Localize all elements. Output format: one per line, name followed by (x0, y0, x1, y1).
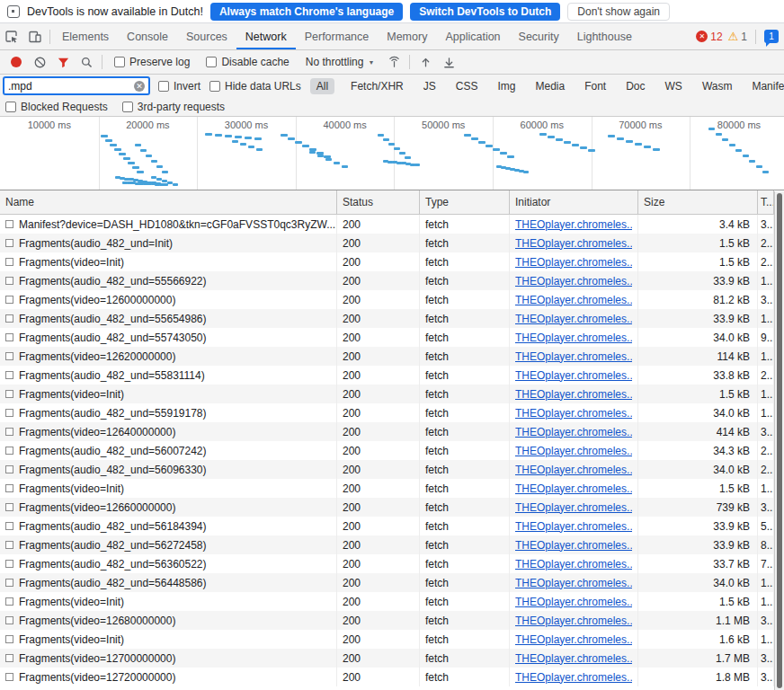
request-initiator-link[interactable]: THEOplayer.chromeles... (515, 218, 632, 231)
search-icon[interactable] (76, 51, 97, 73)
request-initiator-link[interactable]: THEOplayer.chromeles... (515, 332, 632, 344)
request-row[interactable]: Fragments(audio_482_und=56184394) 200 fe… (0, 517, 774, 535)
panel-tab[interactable]: Elements (53, 23, 118, 49)
request-initiator-link[interactable]: THEOplayer.chromeles... (515, 294, 632, 306)
request-initiator-link[interactable]: THEOplayer.chromeles... (515, 237, 632, 250)
panel-tab[interactable]: Security (510, 23, 568, 49)
filter-icon[interactable] (52, 51, 74, 73)
error-count-badge[interactable]: ✕ 12 (696, 31, 722, 43)
match-language-button[interactable]: Always match Chrome's language (210, 3, 403, 21)
request-row[interactable]: Fragments(video=12620000000) 200 fetch T… (0, 347, 774, 366)
request-row[interactable]: Fragments(video=Init) 200 fetch THEOplay… (0, 592, 774, 611)
request-row[interactable]: Fragments(audio_482_und=55743050) 200 fe… (0, 328, 774, 347)
import-har-icon[interactable] (414, 51, 436, 73)
scrollbar-thumb[interactable] (777, 193, 782, 688)
network-overview[interactable]: 10000 ms 20000 ms 30000 ms 40000 ms 5000… (0, 117, 784, 190)
request-row[interactable]: Fragments(video=12660000000) 200 fetch T… (0, 498, 774, 517)
request-row[interactable]: Fragments(video=Init) 200 fetch THEOplay… (0, 630, 774, 649)
request-initiator-link[interactable]: THEOplayer.chromeles... (515, 615, 632, 627)
request-row[interactable]: Fragments(video=Init) 200 fetch THEOplay… (0, 252, 774, 271)
resource-type-filter[interactable]: Fetch/XHR (347, 78, 407, 94)
request-initiator-link[interactable]: THEOplayer.chromeles... (515, 558, 632, 571)
request-row[interactable]: Fragments(audio_482_und=55566922) 200 fe… (0, 271, 774, 290)
request-initiator-link[interactable]: THEOplayer.chromeles... (515, 671, 632, 684)
request-row[interactable]: Fragments(video=12600000000) 200 fetch T… (0, 290, 774, 309)
request-row[interactable]: Fragments(audio_482_und=56448586) 200 fe… (0, 573, 774, 592)
panel-tab[interactable]: Sources (177, 23, 236, 49)
third-party-requests-checkbox[interactable]: 3rd-party requests (122, 101, 225, 113)
request-initiator-link[interactable]: THEOplayer.chromeles... (515, 577, 632, 589)
resource-type-filter[interactable]: Manifest (748, 78, 784, 94)
clear-button[interactable] (29, 51, 50, 73)
request-row[interactable]: Fragments(video=12640000000) 200 fetch T… (0, 422, 774, 441)
request-row[interactable]: Fragments(audio_482_und=56360522) 200 fe… (0, 554, 774, 573)
request-initiator-link[interactable]: THEOplayer.chromeles... (515, 501, 632, 514)
export-har-icon[interactable] (438, 51, 459, 73)
request-initiator-link[interactable]: THEOplayer.chromeles... (515, 426, 632, 438)
request-initiator-link[interactable]: THEOplayer.chromeles... (515, 256, 632, 269)
request-initiator-link[interactable]: THEOplayer.chromeles... (515, 407, 632, 420)
clear-filter-icon[interactable]: ✕ (134, 81, 145, 92)
request-row[interactable]: Fragments(audio_482_und=55654986) 200 fe… (0, 309, 774, 328)
request-row[interactable]: Fragments(video=12720000000) 200 fetch T… (0, 668, 774, 686)
request-row[interactable]: Fragments(audio_482_und=55919178) 200 fe… (0, 403, 774, 422)
resource-type-filter[interactable]: Img (494, 78, 519, 94)
warning-count-badge[interactable]: ⚠ 1 (728, 31, 747, 43)
column-header-size[interactable]: Size (638, 190, 758, 214)
resource-type-filter[interactable]: Media (531, 78, 568, 94)
request-initiator-link[interactable]: THEOplayer.chromeles... (515, 652, 632, 665)
request-initiator-link[interactable]: THEOplayer.chromeles... (515, 388, 632, 401)
hide-data-urls-checkbox[interactable]: Hide data URLs (209, 80, 301, 93)
request-initiator-link[interactable]: THEOplayer.chromeles... (515, 633, 632, 646)
request-row[interactable]: Fragments(video=12700000000) 200 fetch T… (0, 649, 774, 668)
panel-tab[interactable]: Memory (378, 23, 436, 49)
panel-tab[interactable]: Network (236, 23, 296, 49)
resource-type-filter[interactable]: All (310, 78, 334, 94)
filter-input[interactable] (4, 80, 134, 93)
blocked-requests-checkbox[interactable]: Blocked Requests (5, 101, 108, 113)
column-header-name[interactable]: Name (0, 190, 337, 214)
switch-to-dutch-button[interactable]: Switch DevTools to Dutch (410, 3, 560, 21)
resource-type-filter[interactable]: JS (420, 78, 440, 94)
invert-checkbox[interactable]: Invert (158, 80, 200, 93)
request-initiator-link[interactable]: THEOplayer.chromeles... (515, 482, 632, 495)
request-row[interactable]: Manifest?device=DASH_HD1080&tkn=cGF0aFVS… (0, 215, 774, 234)
request-initiator-link[interactable]: THEOplayer.chromeles... (515, 350, 632, 363)
preserve-log-checkbox[interactable]: Preserve log (114, 56, 190, 68)
inspect-element-icon[interactable] (0, 23, 23, 49)
request-initiator-link[interactable]: THEOplayer.chromeles... (515, 275, 632, 288)
request-initiator-link[interactable]: THEOplayer.chromeles... (515, 464, 632, 476)
column-header-initiator[interactable]: Initiator (510, 190, 638, 214)
request-row[interactable]: Fragments(audio_482_und=Init) 200 fetch … (0, 234, 774, 252)
disable-cache-checkbox[interactable]: Disable cache (206, 56, 289, 68)
request-initiator-link[interactable]: THEOplayer.chromeles... (515, 369, 632, 382)
resource-type-filter[interactable]: Doc (622, 78, 648, 94)
throttling-select[interactable]: No throttling ▼ (306, 56, 375, 68)
request-row[interactable]: Fragments(audio_482_und=56272458) 200 fe… (0, 535, 774, 554)
panel-tab[interactable]: Application (436, 23, 509, 49)
column-header-status[interactable]: Status (337, 190, 420, 214)
column-header-time[interactable]: T... (758, 190, 774, 214)
device-toolbar-icon[interactable] (23, 23, 47, 49)
issues-badge[interactable]: 1 (764, 30, 779, 43)
request-row[interactable]: Fragments(audio_482_und=56096330) 200 fe… (0, 460, 774, 479)
request-row[interactable]: Fragments(video=12680000000) 200 fetch T… (0, 611, 774, 630)
request-initiator-link[interactable]: THEOplayer.chromeles... (515, 313, 632, 325)
request-initiator-link[interactable]: THEOplayer.chromeles... (515, 445, 632, 457)
panel-tab[interactable]: Console (118, 23, 177, 49)
panel-tab[interactable]: Lighthouse (568, 23, 641, 49)
request-initiator-link[interactable]: THEOplayer.chromeles... (515, 520, 632, 533)
resource-type-filter[interactable]: CSS (452, 78, 482, 94)
column-header-type[interactable]: Type (420, 190, 510, 214)
resource-type-filter[interactable]: WS (662, 78, 686, 94)
request-row[interactable]: Fragments(audio_482_und=55831114) 200 fe… (0, 366, 774, 385)
resource-type-filter[interactable]: Font (581, 78, 610, 94)
network-conditions-icon[interactable] (383, 51, 405, 73)
resource-type-filter[interactable]: Wasm (699, 78, 736, 94)
request-row[interactable]: Fragments(video=Init) 200 fetch THEOplay… (0, 385, 774, 403)
record-button[interactable] (5, 51, 27, 73)
request-initiator-link[interactable]: THEOplayer.chromeles... (515, 539, 632, 552)
request-row[interactable]: Fragments(video=Init) 200 fetch THEOplay… (0, 479, 774, 498)
request-initiator-link[interactable]: THEOplayer.chromeles... (515, 596, 632, 608)
panel-tab[interactable]: Performance (296, 23, 379, 49)
